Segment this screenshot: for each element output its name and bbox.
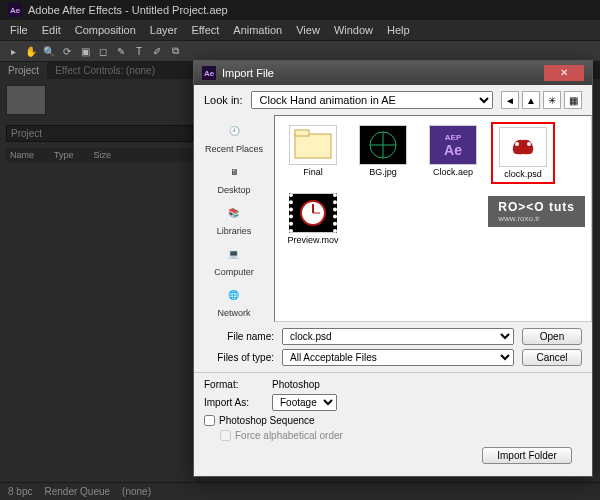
sidebar-recent-places[interactable]: 🕘Recent Places: [205, 119, 263, 154]
project-search-input[interactable]: [6, 125, 193, 142]
file-item-preview-mov[interactable]: Preview.mov: [281, 190, 345, 248]
svg-rect-1: [295, 130, 309, 136]
svg-rect-0: [295, 134, 331, 158]
dialog-title: Import File: [222, 67, 274, 79]
tab-project[interactable]: Project: [0, 62, 47, 79]
sidebar-desktop[interactable]: 🖥Desktop: [217, 160, 250, 195]
ae-logo-icon: Ae: [8, 3, 22, 17]
look-in-select[interactable]: Clock Hand animation in AE: [251, 91, 493, 109]
text-tool-icon[interactable]: T: [132, 44, 146, 58]
photoshop-sequence-label: Photoshop Sequence: [219, 415, 315, 426]
rotate-tool-icon[interactable]: ⟳: [60, 44, 74, 58]
mov-thumb-icon: [289, 193, 337, 233]
file-type-label: Files of type:: [204, 352, 274, 363]
file-fields: File name: clock.psd Open Files of type:…: [194, 322, 592, 372]
file-list[interactable]: Final BG.jpg AEPAe Clock.aep clock.psd P…: [274, 115, 592, 322]
nav-view-icon[interactable]: ▦: [564, 91, 582, 109]
cancel-button[interactable]: Cancel: [522, 349, 582, 366]
watermark-url: www.roxo.ir: [498, 214, 575, 223]
look-in-row: Look in: Clock Hand animation in AE ◄ ▲ …: [194, 85, 592, 115]
project-thumbnail: [6, 85, 46, 115]
import-folder-button[interactable]: Import Folder: [482, 447, 572, 464]
format-label: Format:: [204, 379, 264, 390]
watermark: RO><O tuts www.roxo.ir: [488, 196, 585, 227]
col-size[interactable]: Size: [94, 150, 112, 160]
col-name[interactable]: Name: [10, 150, 34, 160]
folder-icon: [289, 125, 337, 165]
recent-places-icon: 🕘: [220, 119, 248, 143]
menu-file[interactable]: File: [4, 22, 34, 38]
nav-back-icon[interactable]: ◄: [501, 91, 519, 109]
import-options: Format: Photoshop Import As: Footage Pho…: [194, 372, 592, 476]
force-alpha-checkbox: [220, 430, 231, 441]
stamp-tool-icon[interactable]: ⧉: [168, 44, 182, 58]
app-title: Adobe After Effects - Untitled Project.a…: [28, 4, 228, 16]
psd-file-icon: [499, 127, 547, 167]
dialog-main: 🕘Recent Places 🖥Desktop 📚Libraries 💻Comp…: [194, 115, 592, 322]
project-panel: Project Effect Controls: (none) Name Typ…: [0, 62, 200, 482]
app-titlebar: Ae Adobe After Effects - Untitled Projec…: [0, 0, 600, 20]
force-alpha-label: Force alphabetical order: [235, 430, 343, 441]
menu-window[interactable]: Window: [328, 22, 379, 38]
sidebar-network[interactable]: 🌐Network: [217, 283, 250, 318]
file-name-input[interactable]: clock.psd: [282, 328, 514, 345]
svg-point-6: [527, 142, 531, 146]
zoom-tool-icon[interactable]: 🔍: [42, 44, 56, 58]
render-queue-tab[interactable]: Render Queue: [44, 486, 110, 497]
close-button[interactable]: ✕: [544, 65, 584, 81]
hand-tool-icon[interactable]: ✋: [24, 44, 38, 58]
network-icon: 🌐: [220, 283, 248, 307]
import-as-label: Import As:: [204, 397, 264, 408]
camera-tool-icon[interactable]: ▣: [78, 44, 92, 58]
file-item-final[interactable]: Final: [281, 122, 345, 184]
menu-animation[interactable]: Animation: [227, 22, 288, 38]
nav-up-icon[interactable]: ▲: [522, 91, 540, 109]
open-button[interactable]: Open: [522, 328, 582, 345]
file-name-label: File name:: [204, 331, 274, 342]
brush-tool-icon[interactable]: ✐: [150, 44, 164, 58]
dialog-titlebar: Ae Import File ✕: [194, 61, 592, 85]
pen-tool-icon[interactable]: ✎: [114, 44, 128, 58]
dialog-ae-icon: Ae: [202, 66, 216, 80]
svg-point-5: [515, 142, 519, 146]
aep-file-icon: AEPAe: [429, 125, 477, 165]
format-value: Photoshop: [272, 379, 320, 390]
menu-edit[interactable]: Edit: [36, 22, 67, 38]
places-sidebar: 🕘Recent Places 🖥Desktop 📚Libraries 💻Comp…: [194, 115, 274, 322]
libraries-icon: 📚: [220, 201, 248, 225]
photoshop-sequence-checkbox[interactable]: [204, 415, 215, 426]
toolbar: ▸ ✋ 🔍 ⟳ ▣ ◻ ✎ T ✐ ⧉: [0, 40, 600, 62]
file-type-select[interactable]: All Acceptable Files: [282, 349, 514, 366]
shape-tool-icon[interactable]: ◻: [96, 44, 110, 58]
project-column-headers: Name Type Size: [6, 148, 193, 162]
menu-effect[interactable]: Effect: [185, 22, 225, 38]
menubar: File Edit Composition Layer Effect Anima…: [0, 20, 600, 40]
selection-tool-icon[interactable]: ▸: [6, 44, 20, 58]
timeline-footer: 8 bpc Render Queue (none): [0, 482, 600, 500]
desktop-icon: 🖥: [220, 160, 248, 184]
menu-help[interactable]: Help: [381, 22, 416, 38]
file-item-clock-aep[interactable]: AEPAe Clock.aep: [421, 122, 485, 184]
sidebar-computer[interactable]: 💻Computer: [214, 242, 254, 277]
menu-view[interactable]: View: [290, 22, 326, 38]
import-as-select[interactable]: Footage: [272, 394, 337, 411]
file-item-clock-psd[interactable]: clock.psd: [491, 122, 555, 184]
tab-effect-controls[interactable]: Effect Controls: (none): [47, 62, 163, 79]
file-item-bg[interactable]: BG.jpg: [351, 122, 415, 184]
col-type[interactable]: Type: [54, 150, 74, 160]
menu-layer[interactable]: Layer: [144, 22, 184, 38]
menu-composition[interactable]: Composition: [69, 22, 142, 38]
nav-newfolder-icon[interactable]: ✳: [543, 91, 561, 109]
bpc-indicator[interactable]: 8 bpc: [8, 486, 32, 497]
image-thumb-icon: [359, 125, 407, 165]
computer-icon: 💻: [220, 242, 248, 266]
sidebar-libraries[interactable]: 📚Libraries: [217, 201, 252, 236]
look-in-label: Look in:: [204, 94, 243, 106]
timeline-none: (none): [122, 486, 151, 497]
watermark-brand: RO><O tuts: [498, 200, 575, 214]
import-file-dialog: Ae Import File ✕ Look in: Clock Hand ani…: [193, 60, 593, 477]
